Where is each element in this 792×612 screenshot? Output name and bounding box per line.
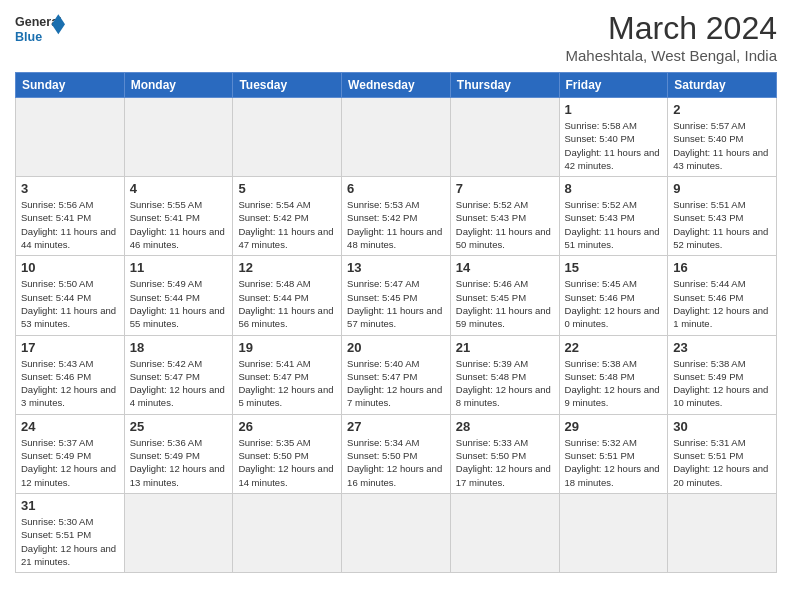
calendar-cell: 5Sunrise: 5:54 AMSunset: 5:42 PMDaylight… [233, 177, 342, 256]
day-info: Sunrise: 5:35 AMSunset: 5:50 PMDaylight:… [238, 436, 336, 489]
calendar-week-6: 31Sunrise: 5:30 AMSunset: 5:51 PMDayligh… [16, 493, 777, 572]
day-number: 22 [565, 340, 663, 355]
calendar-cell: 18Sunrise: 5:42 AMSunset: 5:47 PMDayligh… [124, 335, 233, 414]
day-number: 12 [238, 260, 336, 275]
calendar-cell: 28Sunrise: 5:33 AMSunset: 5:50 PMDayligh… [450, 414, 559, 493]
day-number: 15 [565, 260, 663, 275]
day-number: 31 [21, 498, 119, 513]
calendar-cell: 9Sunrise: 5:51 AMSunset: 5:43 PMDaylight… [668, 177, 777, 256]
calendar-week-3: 10Sunrise: 5:50 AMSunset: 5:44 PMDayligh… [16, 256, 777, 335]
calendar-cell: 2Sunrise: 5:57 AMSunset: 5:40 PMDaylight… [668, 98, 777, 177]
calendar-cell: 7Sunrise: 5:52 AMSunset: 5:43 PMDaylight… [450, 177, 559, 256]
calendar-cell [342, 98, 451, 177]
calendar-cell: 8Sunrise: 5:52 AMSunset: 5:43 PMDaylight… [559, 177, 668, 256]
day-number: 24 [21, 419, 119, 434]
day-info: Sunrise: 5:36 AMSunset: 5:49 PMDaylight:… [130, 436, 228, 489]
day-number: 3 [21, 181, 119, 196]
calendar-cell: 13Sunrise: 5:47 AMSunset: 5:45 PMDayligh… [342, 256, 451, 335]
day-info: Sunrise: 5:52 AMSunset: 5:43 PMDaylight:… [456, 198, 554, 251]
day-number: 30 [673, 419, 771, 434]
day-info: Sunrise: 5:46 AMSunset: 5:45 PMDaylight:… [456, 277, 554, 330]
day-number: 8 [565, 181, 663, 196]
calendar-cell: 31Sunrise: 5:30 AMSunset: 5:51 PMDayligh… [16, 493, 125, 572]
day-info: Sunrise: 5:33 AMSunset: 5:50 PMDaylight:… [456, 436, 554, 489]
calendar-cell [450, 98, 559, 177]
calendar-cell: 11Sunrise: 5:49 AMSunset: 5:44 PMDayligh… [124, 256, 233, 335]
day-info: Sunrise: 5:48 AMSunset: 5:44 PMDaylight:… [238, 277, 336, 330]
day-info: Sunrise: 5:34 AMSunset: 5:50 PMDaylight:… [347, 436, 445, 489]
day-number: 14 [456, 260, 554, 275]
day-info: Sunrise: 5:38 AMSunset: 5:49 PMDaylight:… [673, 357, 771, 410]
day-number: 27 [347, 419, 445, 434]
header-monday: Monday [124, 73, 233, 98]
day-info: Sunrise: 5:37 AMSunset: 5:49 PMDaylight:… [21, 436, 119, 489]
day-number: 1 [565, 102, 663, 117]
day-number: 28 [456, 419, 554, 434]
day-number: 6 [347, 181, 445, 196]
calendar-cell: 25Sunrise: 5:36 AMSunset: 5:49 PMDayligh… [124, 414, 233, 493]
calendar-week-1: 1Sunrise: 5:58 AMSunset: 5:40 PMDaylight… [16, 98, 777, 177]
day-number: 26 [238, 419, 336, 434]
day-number: 21 [456, 340, 554, 355]
day-info: Sunrise: 5:52 AMSunset: 5:43 PMDaylight:… [565, 198, 663, 251]
calendar-cell: 29Sunrise: 5:32 AMSunset: 5:51 PMDayligh… [559, 414, 668, 493]
day-info: Sunrise: 5:31 AMSunset: 5:51 PMDaylight:… [673, 436, 771, 489]
calendar-cell [559, 493, 668, 572]
calendar-cell [233, 493, 342, 572]
calendar-cell: 30Sunrise: 5:31 AMSunset: 5:51 PMDayligh… [668, 414, 777, 493]
header-sunday: Sunday [16, 73, 125, 98]
day-number: 19 [238, 340, 336, 355]
calendar-cell [233, 98, 342, 177]
day-number: 4 [130, 181, 228, 196]
calendar-cell: 20Sunrise: 5:40 AMSunset: 5:47 PMDayligh… [342, 335, 451, 414]
calendar-week-2: 3Sunrise: 5:56 AMSunset: 5:41 PMDaylight… [16, 177, 777, 256]
calendar-cell: 12Sunrise: 5:48 AMSunset: 5:44 PMDayligh… [233, 256, 342, 335]
calendar-cell: 22Sunrise: 5:38 AMSunset: 5:48 PMDayligh… [559, 335, 668, 414]
day-info: Sunrise: 5:30 AMSunset: 5:51 PMDaylight:… [21, 515, 119, 568]
calendar-cell: 1Sunrise: 5:58 AMSunset: 5:40 PMDaylight… [559, 98, 668, 177]
day-info: Sunrise: 5:38 AMSunset: 5:48 PMDaylight:… [565, 357, 663, 410]
day-info: Sunrise: 5:50 AMSunset: 5:44 PMDaylight:… [21, 277, 119, 330]
calendar-week-5: 24Sunrise: 5:37 AMSunset: 5:49 PMDayligh… [16, 414, 777, 493]
calendar-cell: 14Sunrise: 5:46 AMSunset: 5:45 PMDayligh… [450, 256, 559, 335]
day-number: 18 [130, 340, 228, 355]
day-number: 25 [130, 419, 228, 434]
svg-text:Blue: Blue [15, 30, 42, 44]
calendar-cell [16, 98, 125, 177]
day-info: Sunrise: 5:55 AMSunset: 5:41 PMDaylight:… [130, 198, 228, 251]
calendar-week-4: 17Sunrise: 5:43 AMSunset: 5:46 PMDayligh… [16, 335, 777, 414]
header: General Blue March 2024 Maheshtala, West… [15, 10, 777, 64]
header-thursday: Thursday [450, 73, 559, 98]
day-number: 16 [673, 260, 771, 275]
calendar-cell: 4Sunrise: 5:55 AMSunset: 5:41 PMDaylight… [124, 177, 233, 256]
day-info: Sunrise: 5:45 AMSunset: 5:46 PMDaylight:… [565, 277, 663, 330]
day-info: Sunrise: 5:42 AMSunset: 5:47 PMDaylight:… [130, 357, 228, 410]
header-friday: Friday [559, 73, 668, 98]
day-number: 13 [347, 260, 445, 275]
day-info: Sunrise: 5:56 AMSunset: 5:41 PMDaylight:… [21, 198, 119, 251]
month-title: March 2024 [565, 10, 777, 47]
day-info: Sunrise: 5:49 AMSunset: 5:44 PMDaylight:… [130, 277, 228, 330]
day-info: Sunrise: 5:39 AMSunset: 5:48 PMDaylight:… [456, 357, 554, 410]
day-info: Sunrise: 5:41 AMSunset: 5:47 PMDaylight:… [238, 357, 336, 410]
day-number: 9 [673, 181, 771, 196]
calendar-cell: 23Sunrise: 5:38 AMSunset: 5:49 PMDayligh… [668, 335, 777, 414]
calendar-cell: 24Sunrise: 5:37 AMSunset: 5:49 PMDayligh… [16, 414, 125, 493]
day-info: Sunrise: 5:32 AMSunset: 5:51 PMDaylight:… [565, 436, 663, 489]
day-info: Sunrise: 5:43 AMSunset: 5:46 PMDaylight:… [21, 357, 119, 410]
calendar-cell [668, 493, 777, 572]
calendar-cell: 6Sunrise: 5:53 AMSunset: 5:42 PMDaylight… [342, 177, 451, 256]
calendar-cell: 16Sunrise: 5:44 AMSunset: 5:46 PMDayligh… [668, 256, 777, 335]
calendar-cell: 26Sunrise: 5:35 AMSunset: 5:50 PMDayligh… [233, 414, 342, 493]
day-info: Sunrise: 5:53 AMSunset: 5:42 PMDaylight:… [347, 198, 445, 251]
calendar-cell: 17Sunrise: 5:43 AMSunset: 5:46 PMDayligh… [16, 335, 125, 414]
calendar-cell [124, 493, 233, 572]
day-number: 10 [21, 260, 119, 275]
generalblue-logo-icon: General Blue [15, 10, 65, 50]
day-number: 29 [565, 419, 663, 434]
calendar-cell: 10Sunrise: 5:50 AMSunset: 5:44 PMDayligh… [16, 256, 125, 335]
day-info: Sunrise: 5:51 AMSunset: 5:43 PMDaylight:… [673, 198, 771, 251]
header-tuesday: Tuesday [233, 73, 342, 98]
day-number: 23 [673, 340, 771, 355]
day-number: 11 [130, 260, 228, 275]
